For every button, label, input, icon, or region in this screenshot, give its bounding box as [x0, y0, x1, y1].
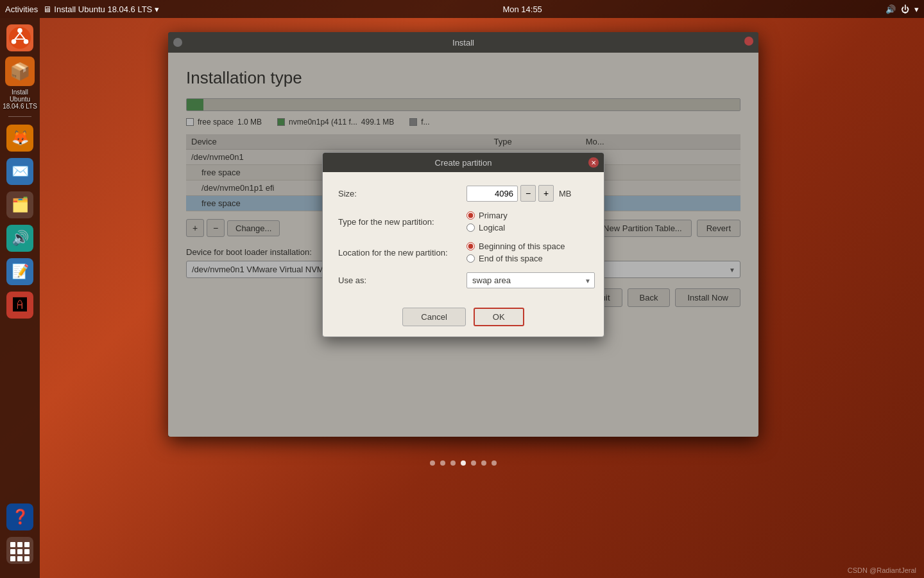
app-title: Install Ubuntu 18.04.6 LTS	[54, 4, 152, 14]
dialog-close-button[interactable]: ✕	[588, 157, 599, 168]
type-primary-label: Primary	[466, 211, 508, 220]
app-chevron: ▾	[155, 4, 159, 14]
type-logical-label: Logical	[466, 223, 508, 232]
location-end-text: End of this space	[479, 254, 543, 263]
volume-icon[interactable]: 🔊	[886, 4, 896, 14]
size-increase-button[interactable]: +	[538, 185, 554, 202]
dialog-title: Create partition	[338, 158, 588, 168]
type-radio-group: Primary Logical	[466, 211, 508, 232]
sidebar-item-sound[interactable]: 🔊	[5, 223, 35, 253]
window-title: Install	[182, 38, 744, 48]
type-logical-text: Logical	[479, 223, 505, 232]
dialog-actions: Cancel OK	[323, 308, 604, 337]
sidebar-item-writer[interactable]: 📝	[5, 257, 35, 286]
dialog-ok-button[interactable]: OK	[474, 308, 524, 326]
size-input[interactable]	[466, 186, 518, 202]
type-row: Type for the new partition: Primary Logi…	[338, 211, 588, 232]
topbar-app[interactable]: 🖥 Install Ubuntu 18.04.6 LTS ▾	[43, 4, 159, 14]
location-beginning-text: Beginning of this space	[479, 241, 565, 251]
dialog-body: Size: − + MB Type for the new partition:	[323, 172, 604, 308]
dialog-titlebar: Create partition ✕	[323, 153, 604, 172]
sidebar-item-apps[interactable]	[5, 536, 35, 565]
app-icon-small: 🖥	[43, 4, 51, 14]
activities-button[interactable]: Activities	[5, 4, 38, 14]
power-icon[interactable]: ⏻	[901, 4, 909, 14]
install-window: Install Installation type free space 1.0…	[168, 32, 758, 437]
sidebar-item-ubuntu[interactable]	[5, 23, 35, 53]
dialog-cancel-button[interactable]: Cancel	[402, 308, 465, 326]
watermark: CSDN @RadiantJeral	[848, 566, 916, 574]
sidebar-item-files[interactable]: 🗂️	[5, 190, 35, 220]
location-radio-group: Beginning of this space End of this spac…	[466, 241, 565, 263]
type-primary-text: Primary	[479, 211, 508, 220]
svg-point-2	[24, 39, 29, 44]
sidebar-separator	[8, 116, 31, 117]
location-row: Location for the new partition: Beginnin…	[338, 241, 588, 263]
dot-5	[471, 460, 476, 466]
use-as-label: Use as:	[338, 276, 466, 285]
dialog-overlay: Create partition ✕ Size: − + MB	[168, 53, 758, 437]
type-label: Type for the new partition:	[338, 217, 466, 227]
create-partition-dialog: Create partition ✕ Size: − + MB	[322, 152, 604, 337]
sidebar-item-thunderbird[interactable]: ✉️	[5, 157, 35, 186]
clock: Mon 14:55	[502, 4, 542, 14]
install-icon-label: Install Ubuntu 18.04.6 LTS	[2, 89, 38, 110]
sidebar: 📦 Install Ubuntu 18.04.6 LTS 🦊 ✉️ 🗂️ 🔊 📝…	[0, 18, 40, 578]
window-content: Installation type free space 1.0 MB nvme…	[168, 53, 758, 437]
dot-1	[430, 460, 435, 466]
dot-3	[450, 460, 456, 466]
type-primary-radio[interactable]	[466, 211, 475, 220]
sidebar-item-appstore[interactable]: 🅰	[5, 290, 35, 320]
size-label: Size:	[338, 189, 466, 198]
sidebar-item-firefox[interactable]: 🦊	[5, 123, 35, 153]
pagination-dots	[430, 460, 497, 466]
sidebar-item-install[interactable]: 📦 Install Ubuntu 18.04.6 LTS	[2, 57, 38, 110]
system-chevron[interactable]: ▾	[914, 4, 919, 14]
window-minimize-button[interactable]	[173, 38, 182, 47]
location-beginning-label: Beginning of this space	[466, 241, 565, 251]
location-label: Location for the new partition:	[338, 248, 466, 258]
topbar: Activities 🖥 Install Ubuntu 18.04.6 LTS …	[0, 0, 924, 18]
location-beginning-radio[interactable]	[466, 242, 475, 250]
size-decrease-button[interactable]: −	[520, 185, 536, 202]
dot-6	[481, 460, 486, 466]
window-controls-right-spacer	[744, 37, 753, 48]
window-close-button[interactable]	[744, 37, 753, 46]
use-as-wrapper: swap area Ext4 journaling file system Ex…	[466, 272, 595, 288]
sidebar-bottom: ❓	[5, 502, 35, 565]
size-row: Size: − + MB	[338, 185, 588, 202]
size-control: − + MB	[466, 185, 572, 202]
dot-4	[461, 460, 466, 466]
dot-2	[440, 460, 445, 466]
location-end-label: End of this space	[466, 254, 565, 263]
type-logical-radio[interactable]	[466, 223, 475, 232]
dot-7	[492, 460, 497, 466]
size-unit: MB	[559, 189, 572, 198]
location-end-radio[interactable]	[466, 254, 475, 263]
use-as-row: Use as: swap area Ext4 journaling file s…	[338, 272, 588, 288]
svg-point-3	[12, 39, 17, 44]
window-titlebar: Install	[168, 32, 758, 53]
window-controls	[173, 38, 182, 47]
use-as-select[interactable]: swap area Ext4 journaling file system Ex…	[466, 272, 595, 288]
sidebar-item-help[interactable]: ❓	[5, 502, 35, 532]
